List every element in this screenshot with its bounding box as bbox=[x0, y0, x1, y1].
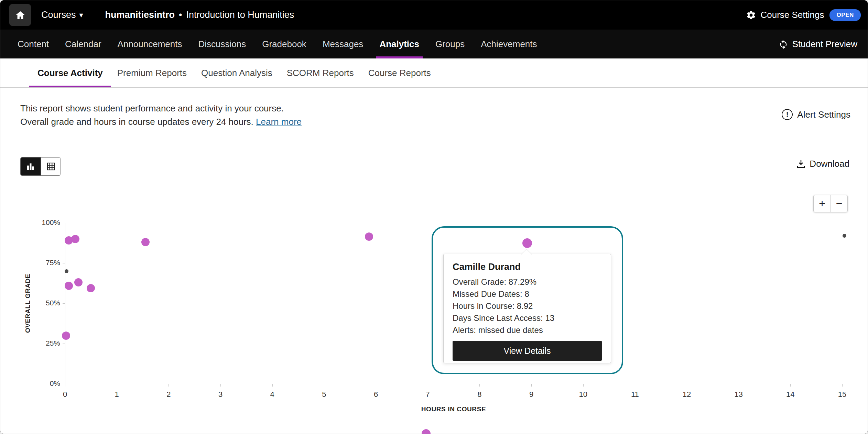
y-tick-label: 25% bbox=[33, 339, 60, 347]
x-tick-label: 3 bbox=[207, 390, 234, 399]
x-tick-label: 12 bbox=[673, 390, 701, 399]
x-axis-line bbox=[65, 384, 846, 384]
x-tick-label: 13 bbox=[725, 390, 752, 399]
scatter-point[interactable] bbox=[141, 238, 150, 246]
tooltip-content: Camille Durand Overall Grade: 87.29%Miss… bbox=[453, 262, 602, 361]
scatter-point[interactable] bbox=[87, 284, 95, 292]
y-tick-label: 0% bbox=[33, 379, 60, 388]
y-tickmark bbox=[63, 384, 65, 384]
x-tick-label: 7 bbox=[414, 390, 442, 399]
y-axis-line bbox=[65, 223, 65, 384]
x-tick-label: 11 bbox=[621, 390, 649, 399]
x-tick-label: 2 bbox=[155, 390, 182, 399]
scatter-point[interactable] bbox=[62, 332, 70, 340]
y-tickmark bbox=[63, 223, 65, 223]
y-tick-label: 100% bbox=[33, 218, 60, 227]
scatter-point-selected[interactable] bbox=[522, 238, 532, 248]
x-tickmark bbox=[531, 384, 532, 387]
tooltip-stat-line: Hours in Course: 8.92 bbox=[453, 300, 602, 312]
x-tick-label: 5 bbox=[310, 390, 338, 399]
tooltip-stat-line: Overall Grade: 87.29% bbox=[453, 276, 602, 288]
x-tick-label: 14 bbox=[777, 390, 804, 399]
scatter-point[interactable] bbox=[74, 278, 83, 286]
x-tick-label: 0 bbox=[51, 390, 79, 399]
analytics-page: Courses ▾ humanitiesintro • Introduction… bbox=[0, 0, 868, 434]
tooltip-stat-line: Days Since Last Access: 13 bbox=[453, 312, 602, 324]
scatter-point[interactable] bbox=[365, 232, 373, 241]
y-axis-title: OVERALL GRADE bbox=[24, 274, 32, 333]
x-tickmark bbox=[739, 384, 739, 387]
x-tickmark bbox=[687, 384, 687, 387]
x-tick-label: 1 bbox=[103, 390, 131, 399]
x-tickmark bbox=[220, 384, 221, 387]
x-tick-label: 6 bbox=[362, 390, 390, 399]
view-details-button[interactable]: View Details bbox=[453, 341, 602, 361]
x-tickmark bbox=[428, 384, 428, 387]
student-tooltip: Camille Durand Overall Grade: 87.29%Miss… bbox=[443, 254, 611, 363]
scatter-point[interactable] bbox=[65, 282, 73, 290]
x-tick-label: 10 bbox=[569, 390, 597, 399]
x-tickmark bbox=[583, 384, 584, 387]
scatter-point[interactable] bbox=[65, 269, 68, 273]
x-tickmark bbox=[169, 384, 169, 387]
x-tickmark bbox=[65, 384, 65, 387]
tooltip-stat-line: Alerts: missed due dates bbox=[453, 324, 602, 336]
x-tickmark bbox=[272, 384, 273, 387]
tooltip-stats: Overall Grade: 87.29%Missed Due Dates: 8… bbox=[453, 276, 602, 336]
tooltip-stat-line: Missed Due Dates: 8 bbox=[453, 288, 602, 300]
x-axis-title: HOURS IN COURSE bbox=[421, 405, 486, 413]
scatter-point[interactable] bbox=[843, 234, 846, 238]
x-tick-label: 9 bbox=[518, 390, 545, 399]
x-tickmark bbox=[324, 384, 324, 387]
x-tick-label: 15 bbox=[828, 390, 856, 399]
scatter-point[interactable] bbox=[71, 235, 79, 243]
chart-layer: OVERALL GRADE HOURS IN COURSE 0123456789… bbox=[0, 0, 868, 434]
x-tickmark bbox=[790, 384, 791, 387]
x-tickmark bbox=[479, 384, 480, 387]
scatter-point-partial[interactable] bbox=[422, 429, 431, 434]
x-tick-label: 8 bbox=[466, 390, 493, 399]
x-tickmark bbox=[117, 384, 117, 387]
x-tickmark bbox=[842, 384, 843, 387]
y-tickmark bbox=[63, 303, 65, 304]
x-tick-label: 4 bbox=[259, 390, 286, 399]
x-tickmark bbox=[635, 384, 635, 387]
tooltip-student-name: Camille Durand bbox=[453, 262, 602, 272]
y-tick-label: 75% bbox=[33, 259, 60, 267]
x-tickmark bbox=[376, 384, 376, 387]
y-tickmark bbox=[63, 263, 65, 263]
y-tick-label: 50% bbox=[33, 299, 60, 307]
y-tickmark bbox=[63, 344, 65, 344]
